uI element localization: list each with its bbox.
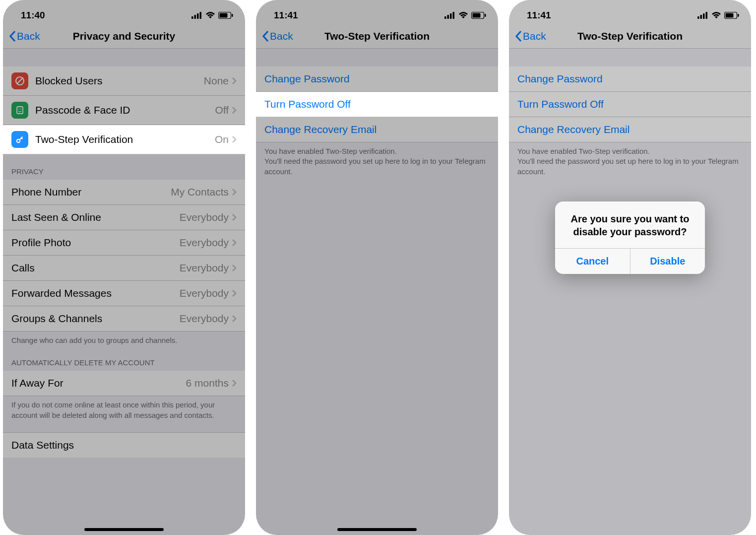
alert-title: Are you sure you want to disable your pa… bbox=[555, 201, 705, 248]
row-change-recovery-email[interactable]: Change Recovery Email bbox=[256, 117, 498, 142]
nav-bar: Back Two-Step Verification bbox=[256, 24, 498, 49]
row-label: Profile Photo bbox=[11, 237, 180, 249]
row-label: Change Recovery Email bbox=[264, 124, 377, 135]
wifi-icon bbox=[205, 12, 215, 19]
row-label: If Away For bbox=[11, 377, 186, 389]
svg-rect-1 bbox=[194, 15, 196, 19]
phone-2-two-step: 11:41 Back Two-Step Verification Change … bbox=[256, 0, 498, 535]
status-right bbox=[191, 12, 233, 19]
battery-icon bbox=[218, 12, 233, 19]
svg-rect-18 bbox=[453, 12, 455, 19]
auto-delete-header: AUTOMATICALLY DELETE MY ACCOUNT bbox=[3, 350, 245, 371]
privacy-section-header: PRIVACY bbox=[3, 154, 245, 180]
svg-rect-2 bbox=[197, 13, 199, 19]
svg-rect-3 bbox=[200, 12, 202, 19]
back-button[interactable]: Back bbox=[262, 30, 293, 42]
row-value: 6 months bbox=[186, 377, 229, 389]
row-value: Everybody bbox=[180, 237, 229, 249]
status-bar: 11:41 bbox=[256, 0, 498, 24]
chevron-right-icon bbox=[232, 315, 237, 323]
back-label: Back bbox=[270, 30, 293, 42]
svg-rect-21 bbox=[485, 14, 486, 17]
svg-rect-17 bbox=[450, 13, 452, 19]
row-turn-password-off[interactable]: Turn Password Off bbox=[256, 92, 498, 117]
chevron-left-icon bbox=[262, 30, 269, 42]
status-right bbox=[444, 12, 486, 19]
svg-point-11 bbox=[20, 109, 21, 110]
row-label: Passcode & Face ID bbox=[35, 104, 215, 116]
row-groups-channels[interactable]: Groups & Channels Everybody bbox=[3, 306, 245, 332]
chevron-right-icon bbox=[232, 213, 237, 221]
chevron-right-icon bbox=[232, 264, 237, 272]
auto-delete-footer: If you do not come online at least once … bbox=[3, 396, 245, 425]
signal-icon bbox=[444, 12, 455, 19]
row-value: On bbox=[215, 134, 229, 145]
home-indicator[interactable] bbox=[84, 528, 164, 531]
row-value: My Contacts bbox=[171, 186, 229, 198]
row-passcode-faceid[interactable]: Passcode & Face ID Off bbox=[3, 96, 245, 125]
row-label: Phone Number bbox=[11, 186, 171, 198]
blocked-icon bbox=[11, 72, 28, 89]
chevron-right-icon bbox=[232, 289, 237, 297]
key-icon bbox=[11, 131, 28, 148]
row-phone-number[interactable]: Phone Number My Contacts bbox=[3, 180, 245, 205]
row-value: None bbox=[204, 75, 229, 87]
row-value: Everybody bbox=[180, 287, 229, 299]
chevron-right-icon bbox=[232, 188, 237, 196]
chevron-right-icon bbox=[232, 239, 237, 247]
disable-button[interactable]: Disable bbox=[630, 249, 705, 274]
row-label: Calls bbox=[11, 262, 180, 274]
alert-backdrop: Are you sure you want to disable your pa… bbox=[509, 0, 751, 535]
status-time: 11:40 bbox=[21, 10, 45, 21]
wifi-icon bbox=[458, 12, 468, 19]
row-label: Groups & Channels bbox=[11, 313, 180, 325]
svg-rect-15 bbox=[444, 16, 446, 19]
status-time: 11:41 bbox=[274, 10, 298, 21]
row-label: Change Password bbox=[264, 73, 350, 85]
row-forwarded-messages[interactable]: Forwarded Messages Everybody bbox=[3, 281, 245, 306]
row-label: Last Seen & Online bbox=[11, 211, 180, 223]
passcode-icon bbox=[11, 102, 28, 119]
row-label: Data Settings bbox=[11, 439, 237, 451]
svg-rect-6 bbox=[232, 14, 233, 17]
confirm-disable-alert: Are you sure you want to disable your pa… bbox=[555, 201, 705, 274]
row-value: Everybody bbox=[180, 262, 229, 274]
signal-icon bbox=[191, 12, 202, 19]
chevron-left-icon bbox=[9, 30, 16, 42]
row-value: Off bbox=[215, 104, 229, 116]
row-if-away-for[interactable]: If Away For 6 months bbox=[3, 371, 245, 396]
chevron-right-icon bbox=[232, 77, 237, 85]
battery-icon bbox=[471, 12, 486, 19]
svg-rect-5 bbox=[220, 13, 228, 18]
row-label: Turn Password Off bbox=[264, 98, 351, 110]
back-button[interactable]: Back bbox=[9, 30, 40, 42]
nav-bar: Back Privacy and Security bbox=[3, 24, 245, 49]
row-value: Everybody bbox=[180, 211, 229, 223]
svg-rect-9 bbox=[17, 107, 23, 114]
row-profile-photo[interactable]: Profile Photo Everybody bbox=[3, 230, 245, 256]
svg-rect-0 bbox=[191, 16, 193, 19]
alert-buttons: Cancel Disable bbox=[555, 248, 705, 274]
svg-rect-16 bbox=[447, 15, 449, 19]
svg-point-10 bbox=[18, 109, 19, 110]
home-indicator[interactable] bbox=[337, 528, 417, 531]
row-change-password[interactable]: Change Password bbox=[256, 67, 498, 92]
phone-1-privacy-security: 11:40 Back Privacy and Security Blocked … bbox=[3, 0, 245, 535]
privacy-footer: Change who can add you to groups and cha… bbox=[3, 332, 245, 350]
cancel-button[interactable]: Cancel bbox=[555, 249, 630, 274]
chevron-right-icon bbox=[232, 379, 237, 387]
row-value: Everybody bbox=[180, 313, 229, 325]
svg-line-14 bbox=[21, 138, 22, 139]
row-calls[interactable]: Calls Everybody bbox=[3, 256, 245, 281]
row-label: Forwarded Messages bbox=[11, 287, 180, 299]
row-blocked-users[interactable]: Blocked Users None bbox=[3, 67, 245, 96]
row-label: Blocked Users bbox=[35, 75, 204, 87]
phone-3-disable-alert: 11:41 Back Two-Step Verification Change … bbox=[509, 0, 751, 535]
row-last-seen[interactable]: Last Seen & Online Everybody bbox=[3, 205, 245, 230]
chevron-right-icon bbox=[232, 106, 237, 114]
back-label: Back bbox=[17, 30, 40, 42]
svg-line-8 bbox=[17, 78, 23, 84]
row-data-settings[interactable]: Data Settings bbox=[3, 432, 245, 458]
row-two-step-verification[interactable]: Two-Step Verification On bbox=[3, 125, 245, 154]
row-label: Two-Step Verification bbox=[35, 134, 215, 145]
